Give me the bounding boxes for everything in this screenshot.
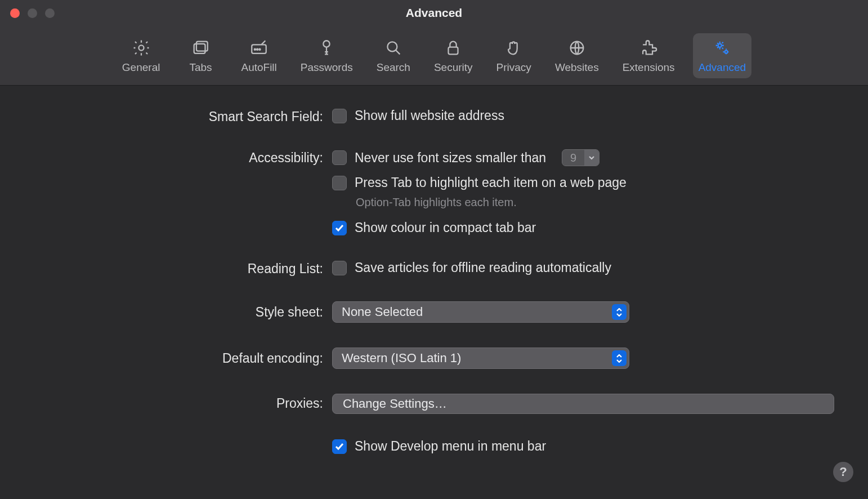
- min-font-label: Never use font sizes smaller than: [355, 150, 546, 166]
- svg-rect-9: [449, 47, 458, 54]
- tab-highlight-hint: Option-Tab highlights each item.: [332, 196, 834, 209]
- style-sheet-label: Style sheet:: [34, 301, 332, 320]
- tab-tabs[interactable]: Tabs: [178, 33, 223, 78]
- gear-icon: [131, 38, 151, 58]
- tab-label: General: [122, 61, 160, 74]
- tab-search[interactable]: Search: [371, 33, 416, 78]
- proxies-label: Proxies:: [34, 394, 332, 411]
- default-encoding-label: Default encoding:: [34, 347, 332, 366]
- tab-advanced[interactable]: Advanced: [693, 33, 752, 78]
- globe-icon: [567, 38, 587, 58]
- tab-label: Tabs: [189, 61, 212, 74]
- tab-websites[interactable]: Websites: [549, 33, 605, 78]
- compact-color-label: Show colour in compact tab bar: [355, 220, 536, 235]
- compact-color-checkbox[interactable]: [332, 221, 347, 235]
- tab-general[interactable]: General: [117, 33, 166, 78]
- tab-label: Websites: [555, 61, 599, 74]
- svg-rect-1: [194, 43, 205, 53]
- tab-privacy[interactable]: Privacy: [491, 33, 537, 78]
- svg-point-0: [138, 45, 144, 50]
- change-settings-label: Change Settings…: [343, 396, 447, 411]
- tab-label: Search: [377, 61, 410, 74]
- svg-point-7: [324, 41, 330, 47]
- tab-label: Passwords: [301, 61, 353, 74]
- hand-icon: [504, 38, 524, 58]
- save-offline-checkbox[interactable]: [332, 261, 347, 275]
- preferences-toolbar: General Tabs AutoFill Passwords Search: [0, 26, 868, 86]
- tab-label: Security: [434, 61, 473, 74]
- key-icon: [316, 38, 337, 58]
- gears-icon: [712, 38, 732, 58]
- tab-extensions[interactable]: Extensions: [617, 33, 681, 78]
- svg-point-12: [724, 50, 727, 53]
- updown-chevron-icon: [612, 304, 627, 320]
- autofill-icon: [249, 38, 269, 58]
- tab-label: AutoFill: [241, 61, 276, 74]
- help-glyph: ?: [839, 465, 847, 479]
- updown-chevron-icon: [612, 350, 627, 366]
- window-title: Advanced: [0, 6, 868, 20]
- show-develop-checkbox[interactable]: [332, 439, 347, 454]
- svg-point-11: [718, 43, 722, 47]
- save-offline-label: Save articles for offline reading automa…: [355, 260, 611, 275]
- style-sheet-value: None Selected: [342, 305, 423, 319]
- style-sheet-select[interactable]: None Selected: [332, 301, 629, 323]
- smart-search-label: Smart Search Field:: [34, 108, 332, 124]
- puzzle-icon: [638, 38, 659, 58]
- show-full-address-checkbox[interactable]: [332, 109, 347, 123]
- tab-autofill[interactable]: AutoFill: [235, 33, 282, 78]
- change-settings-button[interactable]: Change Settings…: [332, 394, 834, 414]
- reading-list-label: Reading List:: [34, 260, 332, 277]
- show-full-address-label: Show full website address: [355, 108, 504, 123]
- min-font-stepper[interactable]: 9: [562, 149, 599, 166]
- show-develop-label: Show Develop menu in menu bar: [355, 439, 546, 454]
- chevron-down-icon[interactable]: [584, 150, 599, 166]
- svg-point-4: [254, 48, 256, 50]
- help-button[interactable]: ?: [833, 462, 853, 482]
- tab-label: Extensions: [623, 61, 675, 74]
- search-icon: [383, 38, 404, 58]
- default-encoding-value: Western (ISO Latin 1): [342, 351, 461, 366]
- svg-rect-2: [196, 41, 208, 51]
- tab-highlight-label: Press Tab to highlight each item on a we…: [355, 175, 627, 190]
- min-font-value: 9: [562, 152, 584, 164]
- accessibility-label: Accessibility:: [34, 149, 332, 166]
- tab-passwords[interactable]: Passwords: [295, 33, 359, 78]
- tab-highlight-checkbox[interactable]: [332, 176, 347, 190]
- tab-label: Privacy: [496, 61, 531, 74]
- tab-security[interactable]: Security: [428, 33, 478, 78]
- min-font-checkbox[interactable]: [332, 150, 347, 165]
- default-encoding-select[interactable]: Western (ISO Latin 1): [332, 347, 629, 369]
- svg-point-6: [259, 48, 260, 50]
- svg-point-5: [257, 48, 258, 50]
- svg-point-8: [387, 42, 397, 51]
- tab-label: Advanced: [699, 61, 746, 74]
- lock-icon: [443, 38, 463, 58]
- tabs-icon: [190, 38, 211, 58]
